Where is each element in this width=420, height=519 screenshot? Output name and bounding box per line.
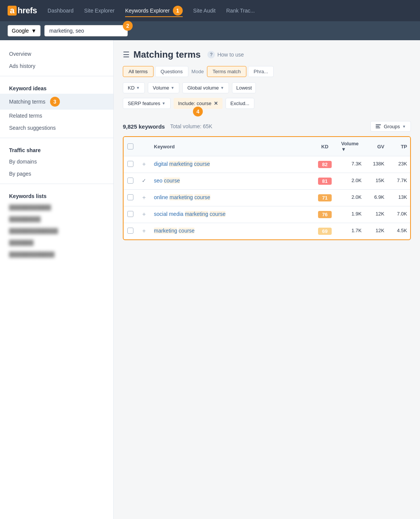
th-tp: TP [387,141,410,152]
search-input-wrap[interactable]: marketing, seo 2 [44,25,128,36]
filters-row: KD ▼ Volume ▼ Global volume ▼ Lowest SER… [123,82,411,109]
sidebar-section-keywords-lists: Keywords lists [0,188,113,201]
svg-rect-0 [376,124,381,125]
results-summary: 9,825 keywords Total volume: 65K Groups … [123,121,411,132]
th-checkbox [124,141,137,152]
row-action-3[interactable]: + [137,211,151,218]
keywords-count: 9,825 keywords [123,123,165,130]
row-action-0[interactable]: + [137,161,151,168]
table-row: + digital marketing course 82 7.3K 138K … [124,156,410,173]
table-row: + social media marketing course 76 1.9K … [124,206,410,223]
step-1-badge: 1 [173,6,183,16]
row-gv-4: 12K [365,228,387,233]
sidebar-item-overview[interactable]: Overview [0,48,113,60]
sidebar-list-item-3: ██████████████ [0,225,113,237]
row-gv-3: 12K [365,211,387,217]
total-volume: Total volume: 65K [170,123,212,129]
row-keyword-1[interactable]: seo course [151,178,312,184]
row-action-2[interactable]: + [137,194,151,201]
nav-site-explorer[interactable]: Site Explorer [84,6,114,15]
row-checkbox-3[interactable] [124,211,137,217]
filter-lowest[interactable]: Lowest [232,82,256,93]
page-title-row: ☰ Matching terms ? How to use [123,49,411,60]
groups-button[interactable]: Groups ▼ [370,121,411,132]
th-volume[interactable]: Volume ▼ [338,141,365,152]
row-keyword-0[interactable]: digital marketing course [151,161,312,167]
add-icon[interactable]: + [142,194,146,201]
row-checkbox-2[interactable] [124,194,137,200]
row-checkbox-1[interactable] [124,178,137,184]
keyword-link[interactable]: digital marketing course [154,161,210,167]
add-icon[interactable]: + [142,228,146,234]
tab-all-terms[interactable]: All terms [123,66,154,77]
sidebar-item-ads-history[interactable]: Ads history [0,60,113,72]
add-icon[interactable]: + [142,161,146,168]
filter-volume[interactable]: Volume ▼ [148,82,179,93]
sidebar-item-by-domains[interactable]: By domains [0,156,113,168]
filter-kd[interactable]: KD ▼ [123,82,145,93]
filter-include-course[interactable]: Include: course ✕ 4 [174,98,223,109]
sidebar-item-matching-terms[interactable]: Matching terms 3 [0,94,113,110]
row-keyword-2[interactable]: online marketing course [151,194,312,200]
sidebar-list-item-2: █████████ [0,213,113,225]
sidebar-list-item-5: █████████████ [0,248,113,260]
close-include-icon[interactable]: ✕ [214,101,218,106]
svg-rect-1 [376,126,379,127]
svg-rect-2 [376,127,380,128]
filter-serp-features[interactable]: SERP features ▼ [123,98,171,109]
add-icon[interactable]: + [142,211,146,218]
nav-dashboard[interactable]: Dashboard [48,6,74,15]
tab-terms-match[interactable]: Terms match [207,66,246,77]
search-bar: Google ▼ marketing, seo 2 [0,21,420,40]
row-kd-3: 76 [312,211,338,218]
nav-site-audit[interactable]: Site Audit [193,6,216,15]
th-keyword: Keyword [151,141,312,152]
row-volume-4: 1.7K [338,228,365,233]
table-header: Keyword KD Volume ▼ GV TP [124,137,410,156]
content-main: ☰ Matching terms ? How to use All terms … [114,40,420,519]
check-icon: ✓ [142,178,146,184]
engine-select[interactable]: Google ▼ [8,25,41,36]
sidebar-item-related-terms[interactable]: Related terms [0,110,113,122]
nav-rank-tracker[interactable]: Rank Trac... [226,6,255,15]
sidebar-list-item-1: ████████████ [0,201,113,213]
nav-keywords-explorer[interactable]: Keywords Explorer 1 [125,4,182,17]
how-to-use-link[interactable]: ? How to use [207,51,244,58]
row-volume-2: 2.0K [338,194,365,200]
keyword-link[interactable]: marketing course [154,228,194,234]
step-2-badge: 2 [123,21,133,31]
row-tp-3: 7.0K [387,211,410,217]
tab-phrase[interactable]: Phra... [248,66,274,77]
row-tp-0: 23K [387,161,410,167]
top-nav: a hrefs Dashboard Site Explorer Keywords… [0,0,420,21]
keyword-link[interactable]: seo course [154,178,180,184]
groups-icon [375,123,381,129]
row-action-4[interactable]: + [137,228,151,234]
serp-arrow-icon: ▼ [162,101,166,105]
header-checkbox[interactable] [127,143,133,149]
step-4-badge: 4 [193,107,203,116]
row-gv-2: 6.9K [365,194,387,200]
row-tp-1: 7.7K [387,178,410,183]
th-kd: KD [312,141,338,152]
global-volume-arrow-icon: ▼ [220,86,224,90]
keyword-link[interactable]: online marketing course [154,194,210,200]
filter-global-volume[interactable]: Global volume ▼ [182,82,229,93]
th-action [137,141,151,152]
sidebar-item-by-pages[interactable]: By pages [0,168,113,180]
row-volume-3: 1.9K [338,211,365,217]
table-row: ✓ seo course 81 2.0K 15K 7.7K [124,173,410,190]
row-keyword-3[interactable]: social media marketing course [151,211,312,217]
row-keyword-4[interactable]: marketing course [151,228,312,234]
row-kd-0: 82 [312,161,338,168]
tab-questions[interactable]: Questions [155,66,189,77]
filter-exclude[interactable]: Exclud... [226,98,254,109]
row-checkbox-4[interactable] [124,228,137,234]
hamburger-icon[interactable]: ☰ [123,50,130,59]
keyword-link[interactable]: social media marketing course [154,211,226,217]
sidebar-section-keyword-ideas: Keyword ideas [0,80,113,94]
row-checkbox-0[interactable] [124,161,137,167]
row-action-1[interactable]: ✓ [137,178,151,184]
sidebar-item-search-suggestions[interactable]: Search suggestions [0,122,113,134]
kd-badge: 82 [318,161,332,168]
